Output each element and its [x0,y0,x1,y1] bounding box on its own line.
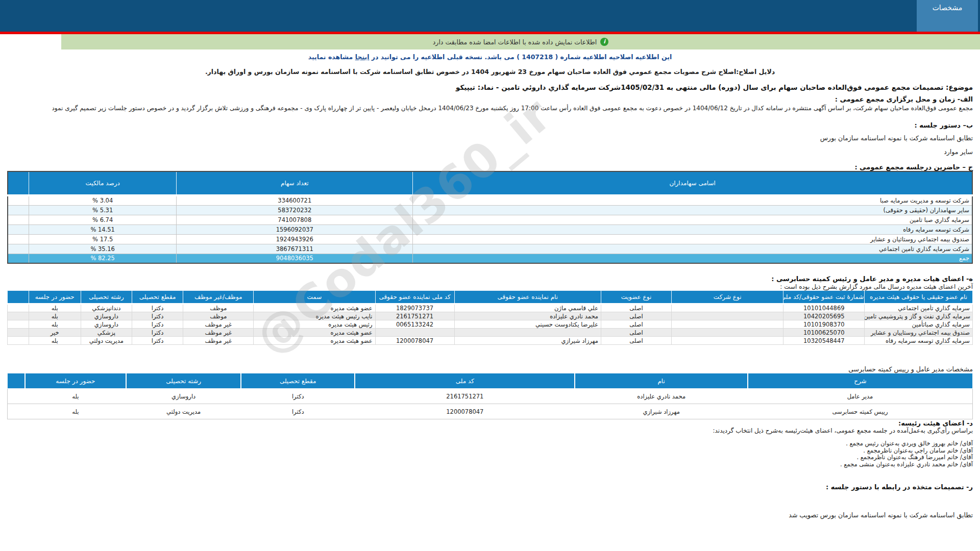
table-cell: سرمایه گذاري صبا تامین [413,215,972,224]
table-cell: پزشکي [81,329,132,337]
table-cell [8,215,29,224]
ceo-audit-chief-table: شرحنامکد ملیمقطع تحصیلیرشته تحصیلیحضور د… [7,373,973,419]
column-header: شرح [748,373,973,389]
table-cell: اصلی [601,329,672,337]
table-cell: بله [29,337,81,345]
table-header-row: شرحنامکد ملیمقطع تحصیلیرشته تحصیلیحضور د… [8,373,973,389]
column-header: نام [575,373,747,389]
table-cell [8,337,29,345]
table-cell: بله [29,304,81,312]
section-d-title: د- اعضای هیئت رئیسه: [0,419,980,427]
table-cell: 0065133242 [375,320,454,329]
column-header: اسامی سهامداران [413,171,972,195]
table-cell: غیر موظف [183,320,254,329]
tab-moshakhasat[interactable]: مشخصات [917,0,978,32]
table-row: سرمایه گذاري توسعه سرمایه رفاه1032054844… [8,337,973,345]
table-cell [454,329,601,337]
agenda-item: تطابق اساسنامه شرکت با نمونه اساسنامه سا… [0,134,980,142]
codal-announcement-page: @Codal360_ir مشخصات i اطلاعات نمایش داده… [0,0,980,551]
table-cell: اصلی [601,312,672,320]
table-cell: مهرزاد شیرازي [454,337,601,345]
presiding-member-line: آقای/ خانم سامان راجي به‌عنوان ناظرمجمع … [0,447,980,455]
table-cell: عضو هیئت مدیره [254,337,375,345]
table-cell: 10320548447 [783,337,865,345]
table-cell [672,329,783,337]
table-cell: عضو هیئت مدیره [254,329,375,337]
table-header-row: اسامی سهامدارانتعداد سهامدرصد مالکیت [8,171,972,195]
table-cell [8,329,29,337]
table-cell: 2161751271 [375,312,454,320]
previous-version-link[interactable]: اینجا [355,53,370,61]
column-header: نام نماینده عضو حقوقی [454,291,601,304]
section-c-title: ج – حاضرین درجلسه مجمع عمومی : [0,163,980,171]
table-cell: بله [29,320,81,329]
table-cell: دکترا [241,389,355,404]
table-cell: 10420205695 [783,312,865,320]
correction-text-before: این اطلاعیه اصلاحیه اطلاعیه شماره ( 1407… [369,53,672,61]
column-header: کد ملی نماینده عضو حقوقی [375,291,454,304]
section-b-title: ب– دستور جلسه : [0,121,980,129]
table-cell: خیر [29,329,81,337]
table-row: شرکت توسعه و مدیریت سرمایه صبا334600721%… [8,195,972,205]
table-cell: داروسازي [126,389,241,404]
table-cell: دکترا [132,312,183,320]
tab-label: مشخصات [933,4,963,12]
table-cell: 10101908370 [783,320,865,329]
table-cell: داروسازي [81,312,132,320]
table-cell: داروسازي [81,320,132,329]
column-header [8,291,29,304]
table-cell: دکترا [241,404,355,419]
column-header: نوع عضویت [601,291,672,304]
table-cell [8,205,29,215]
table-cell: % 17.5 [29,234,177,244]
table-cell: % 5.31 [29,205,177,215]
table-cell: سایر سهامداران (حقیقی و حقوقی) [413,205,972,215]
table-cell: دندانپزشکي [81,304,132,312]
table-cell: سرمایه گذاري صباتأمین [865,320,973,329]
table-cell: محمد نادري علیزاده [454,312,601,320]
table-cell: اصلی [601,304,672,312]
column-header [8,171,29,195]
table-cell: 1200078047 [375,337,454,345]
table-cell: 10101044869 [783,304,865,312]
table-cell [672,320,783,329]
column-header: شمارهٔ ثبت عضو حقوقی/کد ملی [783,291,865,304]
table-cell [8,244,29,254]
table-row: سرمایه گذاري تأمین اجتماعي10101044869اصل… [8,304,973,312]
table-cell: عضو هیئت مدیره [254,304,375,312]
section-e-subtitle: آخرین اعضای هیئت مدیره درسال مالی مورد گ… [0,283,980,290]
table-cell [8,320,29,329]
table-cell: صندوق بیمه اجتماعي روستاییان و عشایر [865,329,973,337]
table-row: سرمایه گذاري صبا تامین741007808% 6.74 [8,215,972,224]
table-row: سرمایه گذاري نفت و گاز و پتروشیمي تامین1… [8,312,973,320]
table-cell [672,312,783,320]
table-cell: دکترا [132,329,183,337]
presiding-member-line: آقای/ خانم محمد نادري علیزاده به‌عنوان م… [0,461,980,468]
table-cell: رییس کمیته حسابرسی [748,404,973,419]
table-row: شرکت سرمایه گذاري تامین اجتماعي386767131… [8,244,972,254]
subject-line: موضوع: تصمیمات مجمع عمومی فوق‌العاده صاح… [0,83,980,91]
table-cell [8,224,29,234]
table-cell: دکترا [132,320,183,329]
column-header: حضور در جلسه [29,291,81,304]
presiding-member-line: آقای/ خانم بهروز خالق ویردي به‌عنوان رئی… [0,440,980,447]
table-cell: نایب رئیس هیئت مدیره [254,312,375,320]
table-cell: علي قاسمي ماژن [454,304,601,312]
presiding-member-line: آقای/ خانم امیررضا فرهنگ به‌عنوان ناظرمج… [0,454,980,461]
table-cell: سرمایه گذاري نفت و گاز و پتروشیمي تامین [865,312,973,320]
table-cell: 9048036035 [177,254,413,263]
correction-notice-line: این اطلاعیه اصلاحیه اطلاعیه شماره ( 1407… [0,53,980,61]
table-cell: محمد نادري علیزاده [575,389,747,404]
table-cell: دکترا [132,304,183,312]
agenda-item: سایر موارد [0,148,980,156]
table-cell: شرکت سرمایه گذاري تامین اجتماعي [413,244,972,254]
table-cell: 1596092037 [177,224,413,234]
column-header: مقطع تحصیلی [132,291,183,304]
table-cell: 1200078047 [355,404,575,419]
table-header-row: نام عضو حقیقی یا حقوقی هیئت مدیرهشمارهٔ … [8,291,973,304]
section-r-body: تطابق اساسنامه شركت با نمونه اساسنامه سا… [0,511,980,519]
table-cell [672,337,783,345]
table-cell: 2161751271 [355,389,575,404]
signature-match-banner: i اطلاعات نمایش داده شده با اطلاعات امضا… [61,34,980,49]
table-cell: موظف [183,312,254,320]
